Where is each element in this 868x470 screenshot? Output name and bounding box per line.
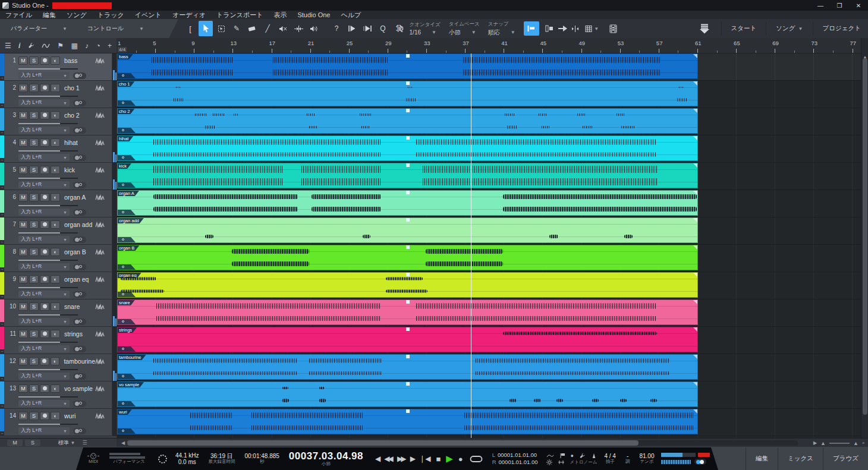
resize-grip-icon[interactable]: ≡ <box>862 441 864 445</box>
menu-4[interactable]: トラック <box>92 11 130 20</box>
clip-gain-handle[interactable] <box>118 210 136 215</box>
mute-button[interactable]: M <box>18 111 28 119</box>
time-signature-readout[interactable]: 4 / 4拍子 <box>604 453 615 465</box>
grid-settings-dropdown[interactable]: ▼ <box>582 21 602 36</box>
mute-button[interactable]: M <box>18 248 28 256</box>
arrangement-area[interactable]: basscho 1cho 2hihatkickorgan Aorgan addo… <box>117 53 861 438</box>
key-readout[interactable]: -調 <box>625 453 630 465</box>
track-header-hihat[interactable]: ~4MS◐hihat入力 L+R▼ <box>0 135 117 163</box>
monitor-toggle[interactable] <box>73 318 86 325</box>
menu-10[interactable]: ヘルプ <box>336 11 367 20</box>
clip-organ A[interactable]: organ A <box>117 190 698 216</box>
master-solo-button[interactable]: S <box>25 440 40 446</box>
clip-hihat[interactable]: hihat <box>117 135 698 161</box>
monitor-toggle[interactable] <box>73 72 86 79</box>
volume-slider[interactable] <box>18 205 78 206</box>
waveform-view-icon[interactable] <box>95 386 105 392</box>
split-tool[interactable]: ✎ <box>229 21 244 36</box>
volume-slider[interactable] <box>18 178 78 179</box>
edit-cursor-button[interactable] <box>543 21 556 36</box>
input-select[interactable]: 入力 L+R▼ <box>18 400 70 407</box>
clip-organ add[interactable]: organ add <box>117 217 698 243</box>
menu-5[interactable]: イベント <box>130 11 167 20</box>
arrange-row-hihat[interactable]: hihat <box>117 135 861 163</box>
track-header-wuri[interactable]: ~14MS◐wuri入力 L+R▼ <box>0 409 117 436</box>
clip-vo sample[interactable]: vo sample <box>117 381 698 407</box>
record-arm-button[interactable] <box>40 302 49 311</box>
menu-6[interactable]: オーディオ <box>167 11 211 20</box>
volume-slider[interactable] <box>18 68 78 70</box>
track-header-organ A[interactable]: ~6MS◐organ A入力 L+R▼ <box>0 190 117 217</box>
mute-button[interactable]: M <box>18 330 28 338</box>
monitor-toggle[interactable] <box>73 428 86 434</box>
clip-gain-handle[interactable] <box>118 292 136 297</box>
menu-8[interactable]: 表示 <box>268 11 292 20</box>
zoom-out-icon[interactable]: ▲ <box>820 440 826 446</box>
mute-button[interactable]: M <box>18 412 28 420</box>
input-select[interactable]: 入力 L+R▼ <box>18 345 70 352</box>
eraser-tool[interactable] <box>245 21 259 36</box>
monitor-toggle[interactable] <box>73 400 86 407</box>
waveform-view-icon[interactable] <box>95 167 105 173</box>
help-tool[interactable]: ? <box>329 21 344 36</box>
channel-mode-button[interactable]: ◐ <box>51 138 60 147</box>
channel-mode-button[interactable]: ◐ <box>51 248 60 256</box>
range-tool[interactable] <box>214 21 228 36</box>
clip-handle[interactable] <box>406 327 410 331</box>
volume-slider[interactable] <box>18 424 78 425</box>
arrange-row-snare[interactable]: snare <box>117 299 861 327</box>
edit-button[interactable]: 編集 <box>746 447 778 470</box>
clip-gain-handle[interactable] <box>118 182 136 188</box>
stop-button[interactable]: ■ <box>436 455 441 463</box>
solo-button[interactable]: S <box>29 302 39 311</box>
arrange-row-strings[interactable]: strings <box>117 327 861 354</box>
browse-button[interactable]: ブラウズ <box>823 447 868 470</box>
vertical-scroll-thumb[interactable] <box>863 58 867 415</box>
record-arm-button[interactable] <box>40 357 49 365</box>
list-menu-icon[interactable]: ☰ <box>82 440 87 446</box>
automation-icon[interactable] <box>42 43 50 49</box>
clip-handle[interactable] <box>406 81 410 85</box>
mute-button[interactable]: M <box>18 84 28 92</box>
horizontal-scroll-thumb[interactable] <box>127 440 639 446</box>
track-header-organ add[interactable]: ~7MS◐organ add入力 L+R▼ <box>0 217 117 245</box>
clip-handle[interactable] <box>406 136 410 140</box>
mixdown-button[interactable] <box>693 24 716 34</box>
monitor-toggle[interactable] <box>73 127 86 134</box>
arrange-row-organ add[interactable]: organ add <box>117 217 861 245</box>
loop-button[interactable] <box>468 455 484 463</box>
clip-gain-handle[interactable] <box>118 346 136 352</box>
waveform-view-icon[interactable] <box>95 85 105 91</box>
scroll-right-icon[interactable]: ▶ <box>813 440 817 446</box>
volume-slider[interactable] <box>18 232 78 234</box>
menu-7[interactable]: トランスポート <box>211 11 269 20</box>
clip-bass[interactable]: bass <box>117 53 698 79</box>
clip-handle[interactable] <box>406 355 410 358</box>
volume-slider[interactable] <box>18 150 78 152</box>
clip-tambourine[interactable]: tambourine <box>117 354 698 380</box>
performance-meter[interactable]: パフォーマンス <box>109 453 149 465</box>
track-header-cho 2[interactable]: ~3MS◐cho 2入力 L+R▼ <box>0 108 117 135</box>
menu-1[interactable]: ファイル <box>0 11 37 20</box>
record-arm-button[interactable] <box>40 330 49 338</box>
clip-gain-handle[interactable] <box>118 428 136 434</box>
waveform-view-icon[interactable] <box>95 276 105 282</box>
waveform-view-icon[interactable] <box>95 58 105 64</box>
clip-gain-handle[interactable] <box>118 374 136 379</box>
clip-strings[interactable]: strings <box>117 327 698 352</box>
instrument-icon[interactable]: ♪ <box>85 42 89 50</box>
solo-button[interactable]: S <box>29 56 39 65</box>
record-arm-button[interactable] <box>40 248 49 256</box>
clip-gain-handle[interactable] <box>118 155 136 160</box>
clip-handle[interactable] <box>406 409 410 413</box>
monitor-toggle[interactable] <box>73 182 86 188</box>
snap-mode-dropdown[interactable]: スナップ 順応▼ <box>488 21 515 37</box>
record-arm-button[interactable] <box>40 166 49 174</box>
waveform-view-icon[interactable] <box>95 331 105 337</box>
clip-handle[interactable] <box>406 245 410 249</box>
track-size-dropdown[interactable]: 標準 ▼ <box>58 439 75 447</box>
parameter-dropdown[interactable]: パラメーター▼ <box>11 24 67 33</box>
wrench-icon[interactable] <box>579 453 586 459</box>
gear-icon[interactable] <box>546 459 552 465</box>
solo-button[interactable]: S <box>29 193 39 201</box>
